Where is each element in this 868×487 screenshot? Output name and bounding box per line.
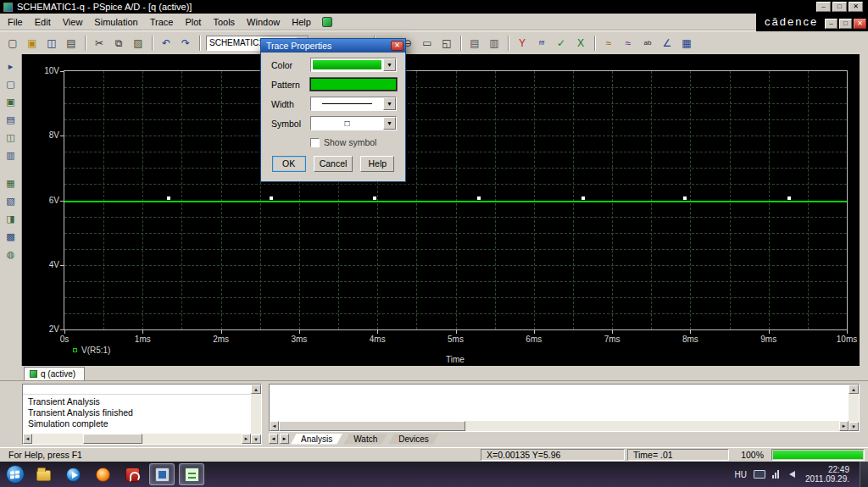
evaluate-measurement-button[interactable]: ✓ (552, 34, 570, 52)
output-horizontal-scrollbar[interactable]: ◄ ► (23, 434, 251, 444)
scroll-right-icon[interactable]: ► (242, 434, 251, 444)
screen-capture-app[interactable] (149, 463, 175, 485)
tab-devices[interactable]: Devices (388, 434, 439, 445)
watch-vertical-scrollbar[interactable]: ▲ ▼ (849, 385, 859, 431)
menu-window[interactable]: Window (241, 14, 286, 30)
cut-button[interactable]: ✂ (90, 34, 108, 52)
zoom-fit-button[interactable]: ◱ (437, 34, 456, 52)
display-tray-icon[interactable] (754, 470, 765, 479)
symbol-dropdown[interactable]: □ ▼ (310, 116, 397, 130)
close-button[interactable]: ✕ (849, 2, 863, 12)
menu-file[interactable]: File (2, 14, 29, 30)
watch-horizontal-scrollbar[interactable]: ◄ ► (270, 421, 849, 431)
copy-button[interactable]: ⧉ (109, 34, 128, 52)
scroll-up-icon[interactable]: ▲ (251, 385, 261, 394)
scroll-left-icon[interactable]: ◄ (270, 421, 279, 431)
show-desktop-button[interactable] (860, 462, 868, 487)
performance-analysis-button[interactable]: ≈ (619, 34, 637, 52)
minimize-button[interactable]: – (816, 2, 831, 12)
mark-data-points-button[interactable]: ≈ (599, 34, 618, 52)
menu-trace[interactable]: Trace (144, 14, 180, 30)
sidebar-tool-7-button[interactable]: ▦ (3, 175, 19, 191)
menu-plot[interactable]: Plot (179, 14, 207, 30)
menu-view[interactable]: View (57, 14, 89, 30)
volume-tray-icon[interactable] (786, 471, 795, 478)
scrollbar-track[interactable] (142, 434, 242, 444)
log-x-axis-button[interactable]: ▤ (465, 34, 484, 52)
trace-legend[interactable]: V(R5:1) (73, 346, 110, 355)
scroll-down-icon[interactable]: ▼ (849, 422, 859, 431)
menu-simulation[interactable]: Simulation (88, 14, 143, 30)
paste-button[interactable]: ▨ (129, 34, 147, 52)
firefox[interactable] (90, 463, 115, 485)
plot-waveform-button[interactable]: ∠ (658, 34, 676, 52)
media-player[interactable] (60, 463, 86, 485)
scrollbar-thumb[interactable] (83, 434, 142, 444)
sidebar-tool-10-button[interactable]: ▩ (3, 229, 19, 244)
cancel-button[interactable]: Cancel (314, 156, 353, 172)
scroll-down-icon[interactable]: ▼ (251, 434, 261, 444)
export-to-excel-button[interactable]: X (571, 34, 590, 52)
tabs-scroll-right-icon[interactable]: ► (280, 434, 289, 444)
menu-help[interactable]: Help (286, 14, 317, 30)
output-pane[interactable]: Transient AnalysisTransient Analysis fin… (22, 384, 262, 445)
scroll-right-icon[interactable]: ► (839, 421, 849, 431)
fourier-button[interactable]: fff (532, 34, 551, 52)
toggle-cursor-button[interactable]: Y (513, 34, 531, 52)
plot-tab-q[interactable]: q (active) (24, 367, 85, 380)
document-close-button[interactable]: ✕ (854, 19, 866, 29)
sidebar-tool-3-button[interactable]: ▣ (3, 94, 19, 109)
sidebar-tool-5-button[interactable]: ◫ (3, 130, 19, 145)
print-button[interactable]: ▤ (62, 34, 81, 52)
tab-watch[interactable]: Watch (343, 434, 387, 445)
maximize-button[interactable]: □ (832, 2, 847, 12)
language-indicator[interactable]: HU (734, 470, 746, 479)
chevron-down-icon[interactable]: ▼ (383, 117, 396, 130)
undo-button[interactable]: ↶ (157, 34, 175, 52)
waveform-plot[interactable]: 0s1ms2ms3ms4ms5ms6ms7ms8ms9ms10ms2V4V6V8… (22, 54, 860, 366)
dialog-titlebar[interactable]: Trace Properties ✕ (261, 39, 405, 53)
document-minimize-button[interactable]: – (825, 19, 837, 29)
scroll-left-icon[interactable]: ◄ (23, 434, 32, 444)
adobe-reader[interactable] (120, 463, 145, 485)
redo-button[interactable]: ↷ (176, 34, 195, 52)
scrollbar-track[interactable] (849, 394, 859, 422)
text-label-button[interactable]: ab (638, 34, 657, 52)
pattern-dropdown[interactable] (310, 78, 397, 91)
taskbar-clock[interactable]: 22:49 2011.09.29. (802, 465, 853, 484)
tab-analysis[interactable]: Analysis (291, 434, 342, 445)
output-vertical-scrollbar[interactable]: ▲ ▼ (251, 385, 261, 444)
new-file-button[interactable]: ▢ (3, 34, 22, 52)
sidebar-tool-1-button[interactable]: ▸ (3, 58, 19, 74)
menu-tools[interactable]: Tools (207, 14, 241, 30)
chevron-down-icon[interactable]: ▼ (383, 58, 396, 71)
scrollbar-thumb[interactable] (279, 421, 465, 431)
pspice-app[interactable] (179, 463, 204, 485)
sidebar-tool-9-button[interactable]: ◨ (3, 211, 19, 226)
save-file-button[interactable]: ◫ (42, 34, 61, 52)
log-y-axis-button[interactable]: ▥ (485, 34, 504, 52)
copy-to-clipboard-button[interactable]: ▦ (677, 34, 696, 52)
scrollbar-track[interactable] (465, 421, 839, 431)
windows-explorer[interactable] (31, 463, 56, 485)
chevron-down-icon[interactable]: ▼ (383, 97, 396, 110)
zoom-area-button[interactable]: ▭ (418, 34, 437, 52)
scroll-up-icon[interactable]: ▲ (849, 385, 859, 394)
tabs-scroll-left-icon[interactable]: ◄ (269, 434, 278, 444)
sidebar-tool-11-button[interactable]: ◍ (3, 246, 19, 262)
dialog-close-icon[interactable]: ✕ (391, 41, 403, 51)
sidebar-tool-4-button[interactable]: ▤ (3, 112, 19, 127)
scrollbar-track[interactable] (251, 394, 261, 434)
start-button[interactable] (3, 463, 26, 485)
network-tray-icon[interactable] (772, 470, 779, 479)
color-dropdown[interactable]: ▼ (310, 58, 397, 72)
help-button[interactable]: Help (360, 156, 394, 172)
show-symbol-checkbox[interactable] (310, 138, 320, 147)
ok-button[interactable]: OK (272, 156, 306, 172)
document-restore-button[interactable]: □ (839, 19, 852, 29)
watch-content[interactable]: ▲ ▼ ◄ ► (269, 384, 860, 432)
menu-edit[interactable]: Edit (29, 14, 57, 30)
width-dropdown[interactable]: ▼ (310, 97, 397, 111)
sidebar-tool-8-button[interactable]: ▧ (3, 193, 19, 208)
sidebar-tool-6-button[interactable]: ▥ (3, 147, 19, 163)
